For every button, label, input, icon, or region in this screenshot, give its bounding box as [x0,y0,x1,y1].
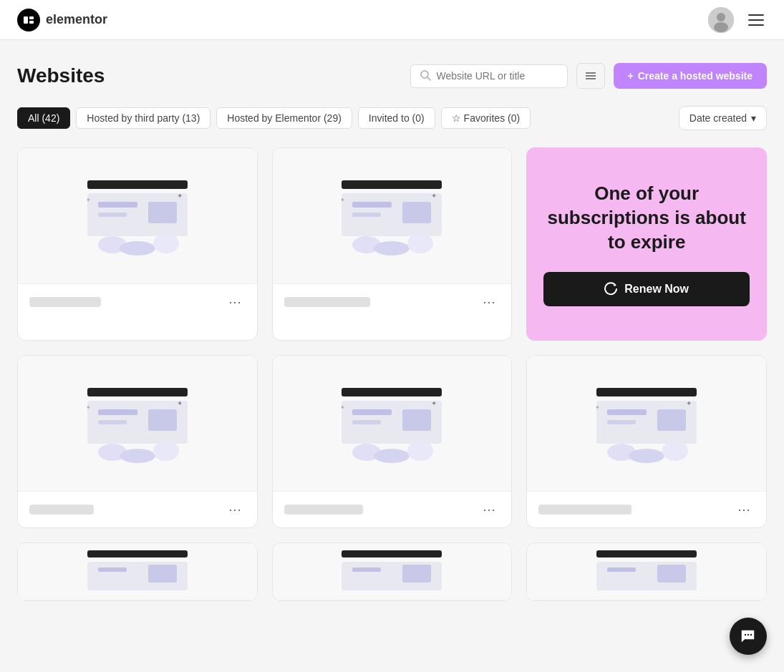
create-button-label: Create a hosted website [638,70,752,82]
svg-rect-54 [607,420,636,424]
website-card[interactable]: ✦ ✦ ⋯ [272,147,513,341]
logo-icon [17,9,40,31]
svg-rect-13 [98,202,137,208]
svg-point-4 [717,13,725,21]
filter-tab-invited[interactable]: Invited to (0) [358,107,435,129]
page-header: Websites + Create [17,63,767,89]
filter-tab-hosted-third-party[interactable]: Hosted by third party (13) [76,107,210,129]
site-preview-icon [575,542,718,601]
svg-point-18 [153,233,179,253]
svg-rect-51 [596,388,697,396]
svg-rect-34 [98,420,127,424]
svg-point-58 [662,441,688,461]
site-preview-icon [66,542,209,601]
hamburger-line-1 [748,14,764,16]
renew-button-label: Renew Now [624,283,689,296]
svg-rect-68 [402,565,431,583]
website-card[interactable]: ✦ ✦ ⋯ [17,147,258,341]
menu-button[interactable] [745,11,767,29]
search-bar[interactable] [410,64,568,88]
site-preview-icon [320,542,463,601]
main-content: Websites + Create [0,40,784,624]
create-icon: + [628,70,634,82]
card-more-button[interactable]: ⋯ [733,502,755,517]
svg-text:✦: ✦ [86,404,91,411]
renew-now-button[interactable]: Renew Now [543,272,750,306]
svg-text:✦: ✦ [340,404,345,411]
website-card[interactable] [526,542,767,601]
svg-rect-53 [607,409,647,415]
card-more-button[interactable]: ⋯ [224,294,246,310]
card-more-button[interactable]: ⋯ [478,294,500,310]
card-title [284,297,370,307]
svg-text:✦: ✦ [431,399,437,407]
card-thumbnail [18,543,257,600]
svg-text:✦: ✦ [86,197,91,203]
website-card[interactable]: ✦ ✦ ⋯ [17,355,258,528]
svg-point-17 [120,241,155,255]
svg-point-27 [374,241,410,255]
svg-text:✦: ✦ [177,192,183,200]
filter-tab-all[interactable]: All (42) [17,107,70,129]
svg-rect-0 [24,16,28,24]
filter-tabs: All (42) Hosted by third party (13) Host… [17,107,531,129]
renew-icon [604,282,619,296]
card-more-button[interactable]: ⋯ [478,502,500,517]
card-title [29,297,101,307]
svg-rect-61 [87,550,188,557]
list-icon [584,69,597,82]
avatar[interactable] [708,7,734,33]
svg-text:✦: ✦ [686,399,692,407]
website-card[interactable]: ✦ ✦ ⋯ [526,355,767,528]
filters-row: All (42) Hosted by third party (13) Host… [17,106,767,130]
card-footer: ⋯ [18,492,257,527]
website-card[interactable]: ✦ ✦ ⋯ [272,355,513,528]
card-thumbnail [273,543,512,600]
svg-rect-63 [98,568,127,572]
svg-line-7 [427,77,430,80]
sort-dropdown[interactable]: Date created ▾ [679,106,767,130]
site-preview-icon: ✦ ✦ [320,374,463,474]
filter-tab-hosted-elementor[interactable]: Hosted by Elementor (29) [216,107,352,129]
card-thumbnail: ✦ ✦ [18,356,257,492]
svg-rect-43 [352,409,392,415]
svg-rect-24 [352,213,381,217]
svg-rect-55 [657,409,686,431]
card-footer: ⋯ [527,492,766,527]
svg-rect-33 [98,409,137,415]
svg-point-48 [407,441,433,461]
svg-point-37 [120,449,155,463]
site-preview-icon: ✦ ✦ [66,374,209,474]
svg-rect-72 [657,565,686,583]
logo[interactable]: elementor [17,9,107,31]
search-input[interactable] [437,70,551,82]
svg-text:✦: ✦ [177,399,183,407]
svg-text:✦: ✦ [431,192,437,200]
svg-text:✦: ✦ [595,404,600,411]
site-preview-icon: ✦ ✦ [66,166,209,266]
svg-rect-67 [352,568,381,572]
logo-text: elementor [46,12,107,27]
hamburger-line-2 [748,19,764,21]
card-more-button[interactable]: ⋯ [224,502,246,517]
subscription-promo-card: One of your subscriptions is about to ex… [526,147,767,341]
site-preview-icon: ✦ ✦ [320,166,463,266]
card-thumbnail [527,543,766,600]
promo-title: One of your subscriptions is about to ex… [543,182,750,254]
page-title: Websites [17,64,105,87]
list-view-button[interactable] [576,63,605,89]
website-card[interactable] [272,542,513,601]
card-footer: ⋯ [273,492,512,527]
card-thumbnail: ✦ ✦ [273,148,512,284]
website-card[interactable] [17,542,258,601]
hamburger-line-3 [748,24,764,26]
chevron-down-icon: ▾ [751,112,756,124]
svg-rect-21 [342,180,442,189]
filter-tab-favorites[interactable]: ☆ Favorites (0) [441,107,531,129]
site-preview-icon: ✦ ✦ [575,374,718,474]
create-hosted-website-button[interactable]: + Create a hosted website [614,63,767,89]
svg-point-47 [374,449,410,463]
website-grid: ✦ ✦ ⋯ [17,147,767,601]
card-thumbnail: ✦ ✦ [18,148,257,284]
svg-rect-1 [29,16,34,19]
